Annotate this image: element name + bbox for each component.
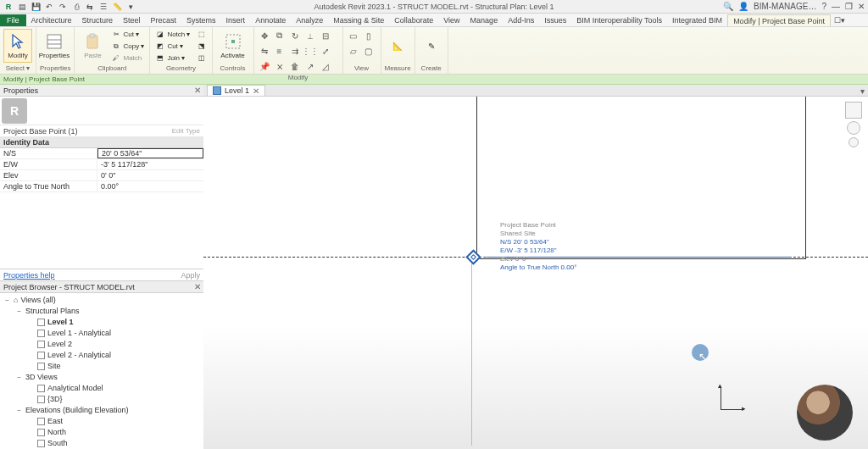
tab-structure[interactable]: Structure [77,14,119,26]
corner-icon[interactable]: ◿ [319,59,332,73]
qat-print-icon[interactable]: ⎙ [71,2,81,12]
tab-systems[interactable]: Systems [181,14,221,26]
offset-icon[interactable]: ⇉ [288,44,302,58]
geom-tool-2[interactable]: ⬔ [195,41,209,52]
tree-node[interactable]: East [3,416,200,427]
geom-tool-1[interactable]: ⬚ [195,29,209,40]
tab-addins[interactable]: Add-Ins [503,14,539,26]
tab-issues[interactable]: Issues [539,14,571,26]
search-icon[interactable]: 🔍 [723,2,733,11]
project-browser-header[interactable]: Project Browser - STRUCT MODEL.rvt ✕ [0,281,203,293]
tree-node[interactable]: Site [3,361,200,372]
tree-node[interactable]: Level 1 - Analytical [3,328,200,339]
scale-icon[interactable]: ⤢ [319,44,332,58]
apply-button[interactable]: Apply [181,271,200,280]
drawing-canvas[interactable]: Project Base Point Shared Site N/S 20' 0… [203,97,868,449]
tab-steel[interactable]: Steel [118,14,146,26]
view-tool-4-icon[interactable]: ▢ [362,44,376,58]
user-label[interactable]: BIM-MANAGE… [754,2,816,11]
qat-dropdown-icon[interactable]: ▾ [125,2,136,12]
qat-measure-icon[interactable]: 📏 [112,2,122,12]
properties-close-icon[interactable]: ✕ [194,86,201,95]
properties-button[interactable]: Properties [40,29,69,63]
view-tool-2-icon[interactable]: ▯ [362,29,376,42]
split-icon[interactable]: ⊟ [319,29,332,42]
tree-twisty-icon[interactable]: − [15,306,23,317]
tab-collaborate[interactable]: Collaborate [389,14,438,26]
tree-twisty-icon[interactable]: − [3,295,11,306]
prop-val-elev[interactable]: 0' 0" [97,170,203,180]
user-avatar-icon[interactable]: 👤 [738,2,748,11]
view-tool-3-icon[interactable]: ▱ [347,44,360,58]
activate-button[interactable]: Activate [216,29,250,63]
geom-tool-3[interactable]: ◫ [195,53,209,64]
tree-node[interactable]: −Elevations (Building Elevation) [3,405,200,416]
prop-row-ew[interactable]: E/W -3' 5 117/128" [0,159,203,170]
modify-button[interactable]: Modify [3,29,32,63]
array-icon[interactable]: ⋮⋮ [303,44,317,58]
window-minimize-icon[interactable]: — [832,2,840,11]
tab-analyze[interactable]: Analyze [291,14,328,26]
view-cube[interactable] [845,102,862,119]
view-tab-maximize-icon[interactable]: ▾ [857,86,868,96]
cut-button[interactable]: ✂Cut ▾ [109,29,146,40]
prop-val-angle[interactable]: 0.00° [97,181,203,191]
rotate-icon[interactable]: ↻ [288,29,302,42]
edit-type-button[interactable]: Edit Type [172,127,200,135]
prop-val-ns[interactable]: 20' 0 53/64" [97,148,203,158]
properties-header[interactable]: Properties ✕ [0,85,203,97]
steering-wheel-icon[interactable] [847,121,860,135]
copy-button[interactable]: ⧉Copy ▾ [109,41,146,52]
move-icon[interactable]: ✥ [258,29,271,42]
properties-type-selector[interactable]: R [0,97,203,125]
notch-button[interactable]: ◪Notch ▾ [153,29,192,40]
paste-button[interactable]: Paste [78,29,107,63]
qat-save-icon[interactable]: 💾 [31,2,41,12]
mirror-icon[interactable]: ⇋ [258,44,271,58]
project-browser-tree[interactable]: −⌂Views (all)−Structural PlansLevel 1Lev… [0,293,203,449]
tab-annotate[interactable]: Annotate [250,14,291,26]
join-button[interactable]: ⬒Join ▾ [153,53,192,64]
window-restore-icon[interactable]: ❐ [845,2,853,11]
view-tool-1-icon[interactable]: ▭ [347,29,360,42]
tree-node[interactable]: Level 1 [3,317,200,328]
tree-twisty-icon[interactable]: − [15,405,23,416]
project-browser-close-icon[interactable]: ✕ [194,282,201,291]
tree-node[interactable]: South [3,438,200,449]
tab-massing-site[interactable]: Massing & Site [328,14,389,26]
prop-row-elev[interactable]: Elev 0' 0" [0,170,203,181]
copy-tool-icon[interactable]: ⧉ [273,29,287,42]
measure-button[interactable]: 📐 [385,29,410,63]
nav-wheel-icon[interactable] [849,137,859,147]
qat-menu-icon[interactable]: ☰ [98,2,108,12]
qat-open-icon[interactable]: ▤ [17,2,27,12]
tree-node[interactable]: Level 2 - Analytical [3,350,200,361]
tree-node[interactable]: −3D Views [3,372,200,383]
view-tab-close-icon[interactable]: ✕ [253,86,259,96]
tree-node[interactable]: −Structural Plans [3,306,200,317]
tab-view[interactable]: View [438,14,465,26]
tree-node[interactable]: North [3,427,200,438]
window-close-icon[interactable]: ✕ [858,2,865,11]
tree-node[interactable]: {3D} [3,394,200,405]
prop-row-angle[interactable]: Angle to True North 0.00° [0,181,203,192]
align-icon[interactable]: ≡ [273,44,287,58]
match-button[interactable]: 🖌Match [109,53,146,64]
tab-manage[interactable]: Manage [465,14,504,26]
view-tab-level1[interactable]: Level 1 ✕ [207,85,265,96]
cut-geom-button[interactable]: ◩Cut ▾ [153,41,192,52]
tree-node[interactable]: −⌂Views (all) [3,295,200,306]
properties-help-link[interactable]: Properties help [3,271,55,280]
unpin-icon[interactable]: ⨯ [273,59,287,73]
tab-architecture[interactable]: Architecture [26,14,77,26]
prop-val-ew[interactable]: -3' 5 117/128" [97,159,203,169]
qat-redo-icon[interactable]: ↷ [58,2,68,12]
trim-icon[interactable]: ⟂ [303,29,317,42]
extend-icon[interactable]: ↗ [303,59,317,73]
qat-sync-icon[interactable]: ⇆ [85,2,95,12]
create-button[interactable]: ✎ [419,29,444,63]
tab-modify-project-base-point[interactable]: Modify | Project Base Point [727,14,831,26]
tree-node[interactable]: Level 2 [3,339,200,350]
tab-insert[interactable]: Insert [221,14,251,26]
prop-row-ns[interactable]: N/S 20' 0 53/64" [0,148,203,159]
